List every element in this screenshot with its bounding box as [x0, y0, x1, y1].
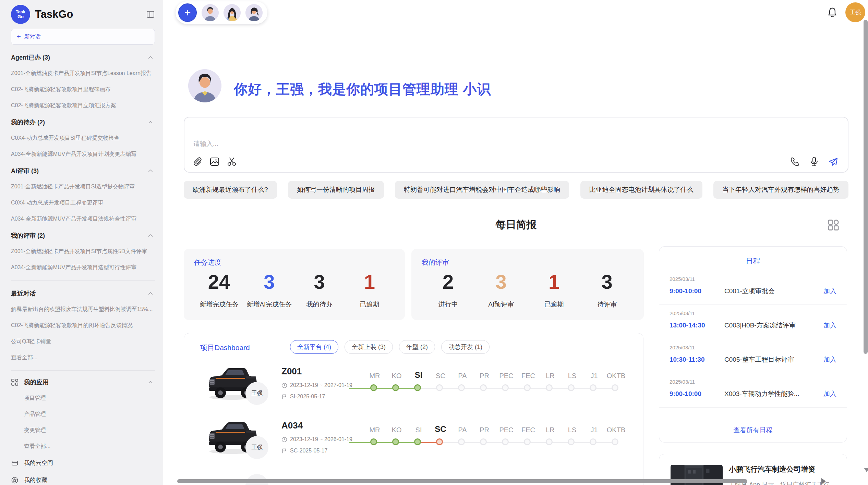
clock-icon	[281, 383, 287, 388]
notifications-bell-icon[interactable]	[826, 6, 839, 18]
app-item[interactable]: 查看全部...	[11, 443, 155, 450]
my-apps-items: 项目管理产品管理变更管理查看全部...	[11, 395, 155, 450]
milestone-dot	[370, 384, 377, 391]
sidebar-item-favorites[interactable]: 我的收藏	[11, 476, 155, 484]
task-progress-card: 任务进度 24新增完成任务3新增AI完成任务3我的待办1已逾期	[184, 249, 405, 320]
attachment-icon[interactable]	[192, 156, 203, 167]
scroll-down-arrow[interactable]	[864, 468, 868, 472]
avatar[interactable]	[202, 4, 219, 21]
project-row[interactable]: 王强 A034 2023-12-19 ~ 2026-01-19 SC-2025-…	[184, 417, 643, 471]
image-icon[interactable]	[209, 156, 220, 167]
milestone-label: LR	[539, 372, 561, 380]
join-link[interactable]: 加入	[823, 389, 836, 398]
sidebar-task-item[interactable]: A034-全新新能源MUV产品开发项目计划变更表编写	[11, 151, 155, 158]
milestone-label: FEC	[517, 372, 539, 380]
app-item[interactable]: 变更管理	[11, 427, 155, 434]
sidebar-task-item[interactable]: Z001-全新燃油轻卡产品开发项目SI造型提交物评审	[11, 183, 155, 190]
scroll-right-arrow[interactable]	[821, 478, 826, 484]
my-apps-header[interactable]: 我的应用	[11, 378, 155, 386]
user-avatar[interactable]: 王强	[845, 2, 865, 22]
section-header[interactable]: 我的待办 (2)	[11, 118, 155, 126]
sidebar-item-cloud-space[interactable]: 我的云空间	[11, 459, 155, 467]
horizontal-scrollbar[interactable]	[177, 479, 747, 483]
sidebar-task-item[interactable]: Z001-全新燃油皮卡产品开发项目SI节点Lesson Learn报告	[11, 70, 155, 77]
sidebar-task-item[interactable]: A034-全新新能源MUV产品开发项目法规符合性评审	[11, 215, 155, 223]
join-link[interactable]: 加入	[823, 287, 836, 296]
view-all-schedule-link[interactable]: 查看所有日程	[659, 426, 847, 435]
milestone-label: PR	[473, 426, 495, 434]
milestone-dot	[370, 438, 377, 445]
dashboard-tab[interactable]: 全新平台 (4)	[290, 340, 338, 354]
sidebar-task-item[interactable]: C0X4-动力总成开发项目工程变更评审	[11, 199, 155, 207]
app-item[interactable]: 产品管理	[11, 411, 155, 418]
chevron-up-icon[interactable]	[147, 119, 154, 125]
suggestion-chip[interactable]: 如何写一份清晰的项目周报	[288, 181, 384, 199]
project-row[interactable]: 王强 Z001 2023-12-19 ~ 2027-01-19 SI-2025-…	[184, 363, 643, 417]
section-header[interactable]: Agent已办 (3)	[11, 53, 155, 62]
milestone-label: SC	[430, 372, 451, 380]
news-title: 小鹏飞行汽车制造公司增资	[729, 464, 815, 474]
new-chat-button[interactable]: + 新对话	[11, 29, 155, 45]
sidebar-task-item[interactable]: Z001-全新燃油轻卡产品开发项目SI节点属性5D文件评审	[11, 248, 155, 255]
project-name: A034	[281, 420, 303, 431]
sidebar-task-item[interactable]: C0X4-动力总成开发项目SI里程碑提交物检查	[11, 135, 155, 142]
schedule-title: C001-立项审批会	[724, 287, 823, 296]
milestone-label: J1	[583, 426, 605, 434]
suggestion-chip[interactable]: 比亚迪全固态电池计划具体说了什么	[580, 181, 702, 199]
join-link[interactable]: 加入	[823, 321, 836, 330]
avatar[interactable]	[224, 4, 241, 21]
microphone-icon[interactable]	[809, 156, 820, 167]
layout-grid-icon[interactable]	[827, 219, 840, 232]
dashboard-tab[interactable]: 年型 (2)	[399, 340, 435, 354]
recent-conversation-item[interactable]: C02-飞腾新能源轻客改款项目的闭环通告反馈情况	[11, 322, 155, 329]
chevron-up-icon[interactable]	[147, 168, 154, 174]
send-icon[interactable]	[828, 156, 839, 167]
milestone-dot	[502, 384, 509, 391]
avatar[interactable]	[245, 4, 263, 21]
chevron-up-icon[interactable]	[147, 54, 154, 61]
sidebar-task-item[interactable]: C02-飞腾新能源轻客改款项目里程碑画布	[11, 86, 155, 93]
schedule-item: 2025/03/11 10:30-11:30 C005-整车工程目标评审 加入	[659, 339, 847, 373]
recent-conversation-item[interactable]: 公司Q3轻卡销量	[11, 338, 155, 345]
app-item[interactable]: 项目管理	[11, 395, 155, 402]
join-link[interactable]: 加入	[823, 355, 836, 364]
suggestion-chip[interactable]: 特朗普可能对进口汽车增税会对中国车企造成哪些影响	[395, 181, 569, 199]
recent-view-all[interactable]: 查看全部...	[11, 354, 155, 361]
stat-label: AI预评审	[475, 300, 528, 309]
milestone-label: LR	[539, 426, 561, 434]
assistant-avatar	[188, 69, 221, 102]
chevron-up-icon[interactable]	[147, 290, 154, 297]
card-label: 任务进度	[194, 258, 395, 267]
milestone-dot	[458, 438, 465, 445]
milestone-label: PEC	[495, 426, 517, 434]
chevron-up-icon[interactable]	[147, 233, 154, 239]
suggestion-chip[interactable]: 当下年轻人对汽车外观有怎样的喜好趋势	[713, 181, 848, 199]
schedule-item: 2025/03/11 9:00-10:00 X003-车辆动力学性能验... 加…	[659, 373, 847, 408]
new-session-button[interactable]: +	[178, 3, 197, 22]
dashboard-tab[interactable]: 全新上装 (3)	[345, 340, 393, 354]
milestone-label: MR	[364, 426, 386, 434]
section-header[interactable]: 我的评审 (2)	[11, 232, 155, 240]
chevron-up-icon[interactable]	[147, 379, 154, 385]
divider	[11, 280, 155, 281]
sidebar-task-item[interactable]: A034-全新新能源MUV产品开发项目造型可行性评审	[11, 264, 155, 271]
stat-cell: 3待评审	[581, 269, 634, 309]
milestone-dot	[546, 438, 553, 445]
milestone-label: KO	[386, 426, 408, 434]
stat-label: 待评审	[581, 300, 634, 309]
suggestion-chip[interactable]: 欧洲新规最近颁布了什么?	[184, 181, 277, 199]
collapse-sidebar-icon[interactable]	[146, 10, 155, 19]
phone-icon[interactable]	[789, 156, 800, 167]
recent-conversation-item[interactable]: 解释最新出台的欧盟报废车法规再生塑料比例被调至15%...	[11, 306, 155, 313]
section-header[interactable]: AI评审 (3)	[11, 167, 155, 175]
dashboard-tab[interactable]: 动总开发 (1)	[441, 340, 490, 354]
sidebar-task-item[interactable]: C02-飞腾新能源轻客改款项目立项汇报方案	[11, 102, 155, 109]
milestone-timeline: MRKOSISCPAPRPECFECLRLSJ1OKTB	[364, 424, 627, 448]
stat-value: 2	[422, 269, 475, 295]
recent-header[interactable]: 最近对话	[11, 289, 155, 298]
plus-icon: +	[17, 33, 21, 41]
chat-input[interactable]: 请输入...	[193, 139, 218, 148]
vertical-scrollbar[interactable]	[864, 20, 868, 354]
stat-value: 3	[475, 269, 528, 295]
scissors-icon[interactable]	[226, 156, 237, 167]
